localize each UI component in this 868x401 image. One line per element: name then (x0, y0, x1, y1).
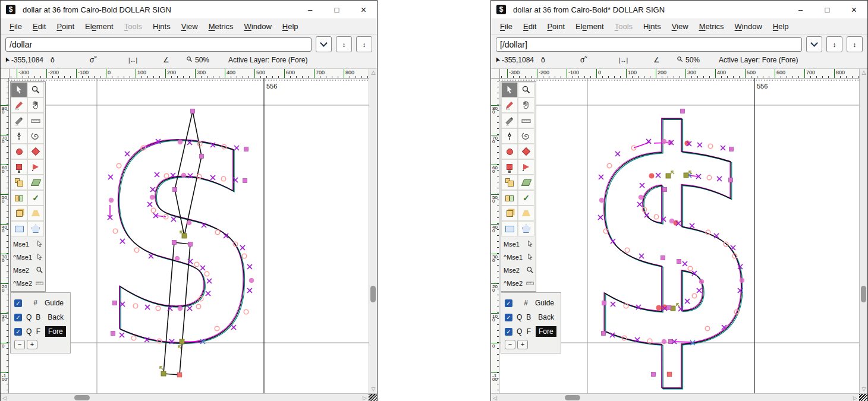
menu-hints[interactable]: Hints (147, 20, 176, 33)
glyph-canvas[interactable]: 8007006005004003002001000-100 556$$$ ✓ (491, 78, 867, 393)
tool-rectangle[interactable] (11, 221, 27, 236)
tool-polygon[interactable] (27, 221, 44, 236)
tool-knife[interactable] (11, 113, 27, 128)
mouse-binding-ctrl-mse1[interactable]: ^Mse1 (502, 251, 535, 264)
mouse-binding-ctrl-mse2[interactable]: ^Mse2 (12, 277, 45, 290)
scroll-up-arrow[interactable]: △ (369, 70, 378, 75)
tool-tangent-point[interactable] (518, 159, 534, 175)
scroll-down-arrow[interactable]: ▽ (369, 386, 378, 392)
vertical-scrollbar[interactable]: △ ▽ (369, 69, 377, 393)
layer-name[interactable]: Guide (532, 298, 557, 308)
tool-perspective[interactable] (518, 206, 534, 221)
layer-row-back[interactable]: ✓QBBack (11, 310, 70, 324)
next-glyph-button[interactable]: ↕ (356, 36, 372, 52)
layer-visible-checkbox[interactable]: ✓ (14, 328, 22, 336)
horizontal-scrollbar[interactable]: ◁ ▷ (491, 393, 867, 401)
scroll-right-arrow[interactable]: ▷ (851, 394, 859, 401)
remove-layer-button[interactable]: − (14, 340, 25, 349)
layer-row-guide[interactable]: ✓#Guide (501, 296, 561, 310)
layer-name[interactable]: Back (535, 312, 557, 323)
menu-edit[interactable]: Edit (27, 20, 51, 33)
titlebar[interactable]: $ dollar at 36 from Cairo-Bold* DOLLAR S… (491, 1, 867, 18)
tool-flip[interactable] (11, 190, 27, 206)
glyph-canvas[interactable]: 8007006005004003002001000-100 556SSS ✓ (1, 78, 377, 393)
prev-glyph-button[interactable]: ↕ (336, 36, 352, 52)
tool-pen[interactable] (11, 128, 27, 144)
mouse-binding-ctrl-mse1[interactable]: ^Mse1 (12, 251, 45, 264)
menu-view[interactable]: View (176, 20, 203, 33)
layer-visible-checkbox[interactable]: ✓ (14, 314, 22, 321)
tool-curve-point[interactable] (501, 144, 518, 159)
menu-file[interactable]: File (495, 20, 518, 33)
menu-edit[interactable]: Edit (518, 20, 542, 33)
tool-pointer[interactable] (501, 82, 518, 97)
scroll-up-arrow[interactable]: △ (860, 70, 868, 75)
maximize-button[interactable]: □ (323, 1, 350, 18)
minimize-button[interactable]: – (297, 1, 323, 18)
tool-magnify[interactable] (518, 82, 534, 97)
layer-name[interactable]: Guide (42, 298, 67, 308)
tool-hvcurve-point[interactable] (518, 144, 534, 159)
tool-pointer[interactable] (11, 82, 27, 97)
menu-window[interactable]: Window (729, 20, 768, 33)
menu-help[interactable]: Help (277, 20, 304, 33)
resize-grip[interactable] (859, 394, 867, 401)
tool-tangent-point[interactable] (27, 159, 44, 175)
add-layer-button[interactable]: + (517, 340, 528, 349)
menu-view[interactable]: View (666, 20, 694, 33)
tool-polygon[interactable] (518, 221, 534, 236)
tool-ruler[interactable] (518, 113, 534, 128)
menu-tools[interactable]: Tools (119, 20, 147, 33)
close-button[interactable]: × (350, 1, 377, 18)
menu-help[interactable]: Help (768, 20, 794, 33)
tool-scale[interactable] (11, 175, 27, 190)
tool-flip[interactable] (501, 190, 518, 206)
maximize-button[interactable]: □ (814, 1, 841, 18)
layer-name[interactable]: Fore (45, 326, 66, 337)
glyph-dropdown-button[interactable] (316, 36, 332, 52)
glyph-dropdown-button[interactable] (806, 36, 822, 52)
add-layer-button[interactable]: + (27, 340, 37, 349)
glyph-name-input[interactable] (496, 37, 802, 52)
tool-scroll-hand[interactable] (518, 97, 534, 113)
tool-spiro[interactable] (27, 128, 44, 144)
remove-layer-button[interactable]: − (505, 340, 515, 349)
layer-row-fore[interactable]: ✓QFFore (11, 324, 70, 339)
scroll-right-arrow[interactable]: ▷ (361, 394, 369, 401)
tool-rectangle[interactable] (501, 221, 518, 236)
mouse-binding-mse2[interactable]: Mse2 (502, 264, 535, 277)
close-button[interactable]: × (841, 1, 867, 18)
tool-freehand[interactable] (11, 97, 27, 113)
tool-curve-point[interactable] (11, 144, 27, 159)
tool-rotate[interactable]: ✓ (27, 190, 44, 206)
layer-visible-checkbox[interactable]: ✓ (505, 314, 512, 321)
layer-visible-checkbox[interactable]: ✓ (14, 299, 22, 307)
menu-point[interactable]: Point (51, 20, 80, 33)
layer-visible-checkbox[interactable]: ✓ (505, 299, 512, 307)
tool-rotate[interactable]: ✓ (518, 190, 534, 206)
hscroll-thumb[interactable] (565, 395, 580, 400)
tool-ruler[interactable] (27, 113, 44, 128)
menu-file[interactable]: File (4, 20, 27, 33)
menu-metrics[interactable]: Metrics (694, 20, 729, 33)
scroll-left-arrow[interactable]: ◁ (491, 394, 499, 401)
tool-corner-point[interactable] (501, 159, 518, 175)
prev-glyph-button[interactable]: ↕ (826, 36, 842, 52)
mouse-binding-mse2[interactable]: Mse2 (12, 264, 45, 277)
layer-name[interactable]: Back (45, 312, 67, 323)
tool-rotate3d[interactable] (11, 206, 27, 221)
vscroll-thumb[interactable] (861, 286, 866, 302)
hscroll-thumb[interactable] (74, 395, 90, 400)
tool-spiro[interactable] (518, 128, 534, 144)
tool-corner-point[interactable] (11, 159, 27, 175)
tool-scroll-hand[interactable] (27, 97, 44, 113)
minimize-button[interactable]: – (787, 1, 814, 18)
tool-skew[interactable] (27, 175, 44, 190)
menu-hints[interactable]: Hints (638, 20, 666, 33)
resize-grip[interactable] (369, 394, 377, 401)
vertical-scrollbar[interactable]: △ ▽ (859, 69, 867, 393)
vscroll-thumb[interactable] (370, 286, 376, 302)
horizontal-scrollbar[interactable]: ◁ ▷ (1, 393, 377, 401)
scroll-left-arrow[interactable]: ◁ (1, 394, 8, 401)
titlebar[interactable]: $ dollar at 36 from Cairo-Bold DOLLAR SI… (1, 1, 377, 18)
